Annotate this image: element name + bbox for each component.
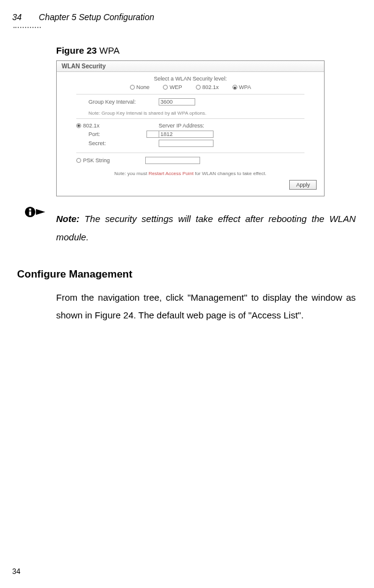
note-text: Note: The security settings will take ef…	[46, 210, 356, 246]
ss-divider	[76, 118, 304, 119]
restart-note-post: for WLAN changes to take effect.	[193, 171, 266, 176]
ss-group-key-row: Group Key Interval: 3600	[64, 97, 317, 109]
ss-divider	[76, 94, 304, 95]
group-key-input[interactable]: 3600	[159, 98, 195, 106]
port-input[interactable]: 1812	[159, 131, 214, 138]
radio-circle-selected-icon	[76, 123, 81, 128]
radio-8021x[interactable]: 802.1x	[196, 84, 219, 90]
psk-label: PSK String	[83, 157, 110, 163]
restart-note-red: Restart Access Point	[148, 171, 193, 176]
ss-select-level-label: Select a WLAN Security level:	[64, 76, 317, 82]
header-divider	[13, 27, 41, 28]
radio-circle-icon	[196, 85, 201, 90]
note-label: Note:	[56, 213, 79, 224]
psk-radio[interactable]: PSK String	[76, 157, 110, 163]
wpa-screenshot: WLAN Security Select a WLAN Security lev…	[56, 60, 325, 196]
ss-body: Select a WLAN Security level: None WEP 8…	[57, 72, 324, 196]
radio-wep-label: WEP	[170, 84, 182, 90]
secret-input[interactable]	[159, 140, 214, 147]
radio-circle-icon	[163, 85, 168, 90]
radio-circle-icon	[76, 158, 81, 163]
radio-none-label: None	[137, 84, 150, 90]
svg-marker-3	[36, 209, 45, 215]
group-key-note: Note: Group Key Interval is shared by al…	[88, 110, 292, 116]
figure-label-name: WPA	[97, 45, 120, 56]
radio-wpa[interactable]: WPA	[232, 84, 251, 90]
restart-note-pre: Note: you must	[114, 171, 148, 176]
group-key-label: Group Key Interval:	[88, 99, 159, 105]
restart-note: Note: you must Restart Access Point for …	[64, 171, 317, 176]
radio-circle-selected-icon	[232, 85, 237, 90]
page-header: 34 Chapter 5 Setup Configuration	[12, 12, 356, 22]
radio-none[interactable]: None	[130, 84, 150, 90]
ss-divider	[76, 152, 304, 153]
radio-8021x-label: 802.1x	[203, 84, 219, 90]
ss-titlebar: WLAN Security	[57, 61, 324, 72]
figure-label-number: Figure 23	[56, 45, 97, 56]
ss-security-radios: None WEP 802.1x WPA	[64, 84, 317, 90]
svg-rect-1	[29, 209, 31, 210]
chapter-title: Chapter 5 Setup Configuration	[39, 12, 154, 22]
apply-button[interactable]: Apply	[289, 180, 317, 190]
radio-wpa-label: WPA	[239, 84, 251, 90]
secret-label: Secret:	[88, 140, 159, 146]
page-number-bottom: 34	[12, 567, 20, 576]
svg-rect-2	[29, 212, 31, 216]
port-label: Port:	[88, 131, 159, 137]
section-heading: Configure Management	[17, 268, 356, 281]
page-number-top: 34	[12, 12, 39, 22]
radio-wep[interactable]: WEP	[163, 84, 182, 90]
ss-8021x-group: 802.1x Server IP Address: Port: 1812 Sec…	[64, 121, 317, 150]
psk-input[interactable]	[145, 157, 200, 164]
note-body: The security settings will take effect a…	[56, 213, 356, 242]
auth-8021x-label: 802.1x	[83, 123, 99, 129]
server-ip-label: Server IP Address:	[159, 123, 204, 129]
note-block: Note: The security settings will take ef…	[23, 210, 356, 246]
auth-8021x-radio[interactable]: 802.1x	[76, 123, 159, 129]
ss-psk-group: PSK String	[64, 156, 317, 167]
note-info-icon	[23, 205, 46, 221]
apply-wrap: Apply	[64, 180, 317, 190]
body-paragraph: From the navigation tree, click "Managem…	[56, 289, 356, 324]
radio-circle-icon	[130, 85, 135, 90]
figure-caption: Figure 23 WPA	[56, 45, 356, 56]
